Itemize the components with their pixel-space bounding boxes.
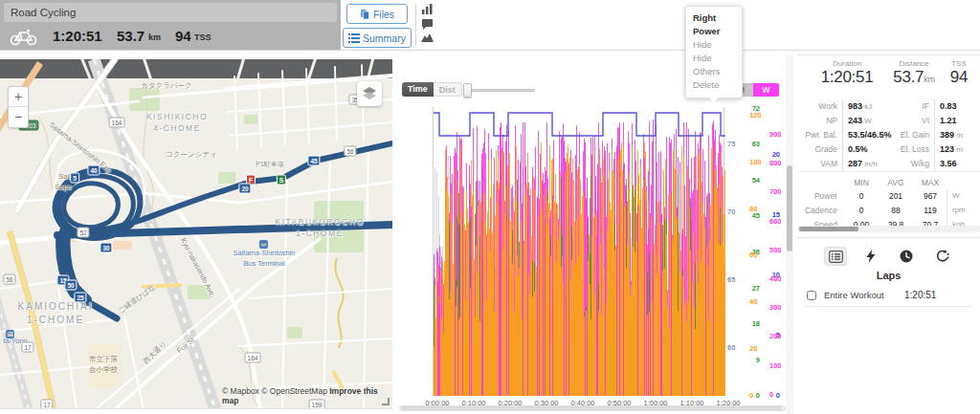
km-marker: 40 bbox=[87, 165, 100, 176]
right-power-axis-tick: 0 bbox=[756, 391, 760, 400]
series-context-menu: Right Power Hide Hide Others Delete bbox=[685, 6, 743, 98]
road-shield: 17 bbox=[21, 342, 33, 353]
graph-hscrollbar bbox=[399, 405, 786, 411]
divider bbox=[805, 306, 972, 307]
laps-title: Laps bbox=[797, 270, 980, 281]
duration-big-value: 1:20:51 bbox=[805, 68, 889, 87]
stat-label: Pwr. Bal. bbox=[797, 128, 837, 142]
right-power-axis-tick: 18 bbox=[752, 319, 760, 328]
distance-big-value: 53.7km bbox=[885, 68, 943, 87]
map-label: KITABUKUROCHO bbox=[275, 217, 364, 227]
refresh-icon bbox=[935, 250, 949, 263]
map-label: カタクラパーク bbox=[141, 81, 192, 91]
minmax-unit: rpm bbox=[947, 204, 966, 217]
train-station-icon: 🚈 bbox=[6, 330, 14, 338]
bolt-icon bbox=[866, 250, 876, 263]
stat-value: 0.5% bbox=[842, 142, 888, 157]
stat-value: 3.56 bbox=[934, 157, 976, 171]
stat-label: NP bbox=[797, 114, 837, 128]
graph-hscrollbar-thumb[interactable] bbox=[401, 406, 782, 410]
minmax-header: MAX bbox=[916, 176, 945, 189]
list-icon bbox=[829, 251, 843, 263]
laps-power-tab[interactable] bbox=[859, 247, 882, 266]
power-axis-tick: 500 bbox=[769, 246, 782, 254]
minmax-label: Cadence bbox=[797, 204, 837, 217]
laps-time-tab[interactable] bbox=[895, 247, 918, 266]
map-label: Saitama-Shintoshin bbox=[233, 249, 295, 257]
stat-label: IF bbox=[891, 99, 929, 114]
minmax-label: Power bbox=[797, 189, 837, 203]
x-axis-mode-toggle: Time Dist bbox=[402, 82, 462, 97]
context-menu-delete[interactable]: Delete bbox=[693, 78, 735, 92]
graph-panel: Time Dist RPM M W 2015105072635445362718… bbox=[397, 51, 792, 414]
files-button[interactable]: Files bbox=[346, 4, 408, 24]
minmax-value: 0 bbox=[847, 189, 876, 203]
power-axis-tick: 300 bbox=[769, 303, 782, 312]
map-label: 1-CHOME bbox=[296, 229, 344, 238]
distance-label: Distance bbox=[885, 59, 943, 68]
route-map[interactable]: カタクラパークKISHIKICHO4-CHOMEコクーンシティKITABUKUR… bbox=[0, 59, 392, 409]
cadence-axis-tick: 120 bbox=[749, 111, 762, 120]
workout-header: Road Cycling 1:20:51 53.7 km 94 TSS bbox=[0, 0, 341, 50]
watts-series-button[interactable]: W bbox=[753, 83, 779, 97]
stat-value: 1.21 bbox=[934, 114, 976, 128]
summary-hscrollbar-thumb[interactable] bbox=[799, 227, 858, 231]
context-menu-title: Right Power bbox=[693, 11, 735, 38]
elevation-icon[interactable] bbox=[421, 33, 434, 42]
map-resize-handle[interactable] bbox=[382, 398, 390, 405]
laps-refresh-tab[interactable] bbox=[930, 247, 953, 266]
files-label: Files bbox=[373, 9, 394, 20]
duration-value: 1:20:51 bbox=[53, 28, 102, 44]
road-shield: 52 bbox=[77, 228, 89, 238]
stat-value: 389 m bbox=[934, 128, 976, 142]
time-toggle-button[interactable]: Time bbox=[402, 82, 434, 97]
stat-label: VI bbox=[891, 114, 929, 128]
divider bbox=[797, 237, 980, 238]
km-marker: 5 bbox=[70, 173, 79, 184]
zoom-out-button[interactable]: − bbox=[9, 107, 28, 127]
stat-row: Pwr. Bal.53.5/46.5%El. Gain389 m bbox=[797, 128, 980, 142]
minmax-value: 0 bbox=[847, 204, 876, 217]
summary-button[interactable]: Summary bbox=[343, 28, 412, 48]
minmax-value: 967 bbox=[916, 189, 945, 203]
lap-checkbox[interactable] bbox=[807, 291, 816, 300]
divider bbox=[797, 171, 980, 172]
distance-value: 53.7 bbox=[117, 28, 145, 44]
summary-vscrollbar-thumb[interactable] bbox=[787, 165, 792, 251]
power-axis-tick: 600 bbox=[769, 217, 782, 226]
km-marker: 45 bbox=[307, 156, 320, 166]
map-label: Supe bbox=[55, 183, 72, 191]
dist-toggle-button[interactable]: Dist bbox=[434, 82, 462, 97]
stat-value: 983 kJ bbox=[842, 99, 888, 114]
attribution-text: © Mapbox © OpenStreetMap bbox=[222, 386, 327, 396]
bar-chart-icon[interactable] bbox=[421, 3, 434, 15]
comment-icon[interactable] bbox=[421, 18, 434, 30]
cadence-axis-tick: 20 bbox=[749, 344, 757, 353]
laps-list-tab[interactable] bbox=[824, 247, 847, 266]
zoom-in-button[interactable]: + bbox=[9, 87, 28, 107]
cadence-axis-tick: 80 bbox=[749, 205, 757, 213]
km-marker: 25 bbox=[74, 293, 86, 303]
graph-plot-area[interactable] bbox=[433, 107, 724, 396]
tss-label: TSS bbox=[941, 59, 977, 68]
road-shield: 56 bbox=[3, 274, 15, 285]
context-menu-hide[interactable]: Hide bbox=[693, 38, 735, 52]
smoothing-slider-handle[interactable] bbox=[463, 83, 472, 98]
stat-row: Work983 kJIF0.83 bbox=[797, 99, 980, 114]
tss-unit: TSS bbox=[194, 33, 212, 42]
summary-distance: Distance 53.7km bbox=[885, 59, 943, 87]
smoothing-slider-track[interactable] bbox=[468, 89, 535, 92]
road-shield: 56 bbox=[344, 146, 356, 157]
minmax-header: MIN bbox=[847, 176, 876, 189]
workout-title[interactable]: Road Cycling bbox=[4, 3, 337, 22]
context-menu-hide-others[interactable]: Hide Others bbox=[693, 52, 735, 78]
power-axis-tick: 400 bbox=[769, 274, 782, 283]
minmax-value: 88 bbox=[881, 204, 910, 217]
right-power-axis-tick: 63 bbox=[752, 140, 760, 148]
stat-label: Grade bbox=[797, 142, 837, 157]
summary-label: Summary bbox=[363, 33, 406, 44]
bus-station-icon: 🚌 bbox=[259, 240, 268, 249]
cadence-axis-tick: 60 bbox=[749, 251, 757, 259]
map-layers-button[interactable] bbox=[357, 81, 382, 106]
elevation-axis-tick: 60 bbox=[727, 343, 735, 352]
